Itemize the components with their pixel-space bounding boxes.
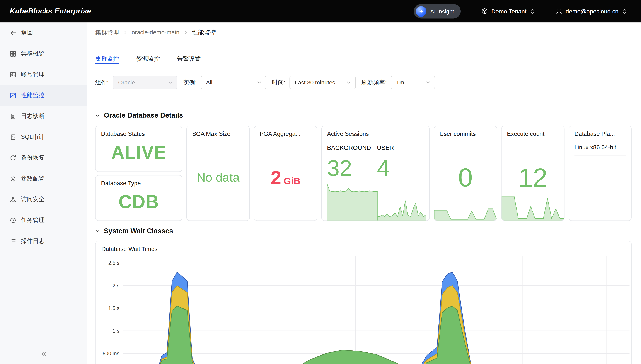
svg-text:2.5 s: 2.5 s — [108, 260, 119, 266]
time-filter-label: 时间: — [272, 78, 285, 86]
sidebar-item-label: 账号管理 — [21, 70, 45, 78]
params-icon — [10, 175, 16, 182]
sidebar-item-backup-restore[interactable]: 备份恢复 — [0, 148, 87, 168]
panel-execute-count: Execute count 12 — [501, 126, 565, 221]
sidebar-item-label: 访问安全 — [21, 196, 45, 203]
tab-cluster-monitor[interactable]: 集群监控 — [95, 55, 119, 63]
caret-down-icon — [95, 113, 100, 118]
sidebar-item-cluster-overview[interactable]: 集群概览 — [0, 43, 87, 64]
sidebar-back-button[interactable]: 返回 — [0, 22, 87, 43]
sidebar-item-label: 操作日志 — [21, 237, 45, 245]
task-icon — [10, 217, 16, 224]
app-logo: KubeBlocks Enterprise — [10, 7, 91, 16]
backup-icon — [10, 154, 16, 161]
sidebar-item-log-diagnosis[interactable]: 日志诊断 — [0, 106, 87, 127]
panel-database-type: Database Type CDB — [95, 175, 182, 221]
user-sessions-label: USER — [377, 144, 427, 151]
sidebar-item-performance[interactable]: 性能监控 — [0, 85, 87, 106]
user-sessions-sparkline — [377, 182, 426, 220]
sidebar-back-label: 返回 — [21, 29, 33, 37]
breadcrumb-cluster-management[interactable]: 集群管理 — [95, 28, 119, 36]
database-status-value: ALIVE — [96, 134, 182, 171]
chevron-right-icon — [183, 30, 188, 34]
collapse-icon — [40, 351, 47, 358]
user-commits-sparkline — [434, 184, 497, 220]
filter-bar: 组件: Oracle 实例: All 时间: Last 30 minutes 刷… — [95, 76, 632, 90]
refresh-rate-value: 1m — [396, 79, 404, 86]
user-sessions-value: 4 — [377, 155, 427, 181]
access-icon — [10, 196, 16, 203]
wait-times-chart: 2.5 s2 s1.5 s1 s500 ms — [96, 241, 632, 364]
sidebar-item-tasks[interactable]: 任务管理 — [0, 210, 87, 231]
panel-title: Database Pla... — [569, 126, 631, 137]
svg-text:1 s: 1 s — [112, 328, 119, 334]
status-type-column: Database Status ALIVE Database Type CDB — [95, 126, 182, 221]
performance-icon — [10, 92, 16, 98]
refresh-rate-select[interactable]: 1m — [391, 76, 435, 90]
sidebar-item-label: 性能监控 — [21, 92, 45, 99]
tenant-icon — [481, 8, 488, 15]
chevron-down-icon — [168, 80, 173, 85]
user-email: demo@apecloud.cn — [566, 8, 618, 14]
chevron-right-icon — [123, 30, 128, 34]
panel-active-sessions: Active Sessions BACKGROUND 32 USER 4 — [321, 126, 430, 221]
pga-value-wrap: 2 GiB — [254, 134, 317, 220]
sql-audit-icon — [10, 134, 16, 140]
stat-cards-row: Database Status ALIVE Database Type CDB … — [95, 126, 632, 221]
chevron-down-icon — [257, 80, 262, 85]
ai-insight-label: AI Insight — [430, 8, 454, 14]
tab-bar: 集群监控 资源监控 告警设置 — [95, 55, 632, 68]
pga-unit: GiB — [284, 175, 300, 186]
cluster-overview-icon — [10, 50, 16, 57]
component-select[interactable]: Oracle — [113, 76, 177, 90]
instance-filter-label: 实例: — [183, 78, 197, 86]
platform-value: Linux x86 64-bit — [574, 144, 626, 156]
selector-icon — [530, 8, 535, 14]
user-menu[interactable]: demo@apecloud.cn — [556, 8, 627, 15]
panel-database-wait-times: Database Wait Times 2.5 s2 s1.5 s1 s500 … — [95, 241, 632, 364]
sidebar-item-access-security[interactable]: 访问安全 — [0, 189, 87, 210]
breadcrumb-cluster-name[interactable]: oracle-demo-main — [132, 29, 179, 36]
sidebar-item-label: 集群概览 — [21, 50, 45, 58]
instance-select-value: All — [206, 79, 212, 86]
instance-select[interactable]: All — [201, 76, 266, 90]
sidebar-item-parameters[interactable]: 参数配置 — [0, 168, 87, 189]
caret-down-icon — [95, 229, 100, 234]
tenant-menu[interactable]: Demo Tenant — [481, 8, 535, 15]
back-arrow-icon — [10, 30, 17, 36]
sidebar-item-label: 任务管理 — [21, 216, 45, 224]
ai-insight-button[interactable]: AI Insight — [414, 4, 461, 18]
section-title: Oracle Database Details — [104, 112, 183, 120]
database-type-value: CDB — [96, 184, 182, 220]
time-range-select[interactable]: Last 30 minutes — [290, 76, 356, 90]
oplog-icon — [10, 238, 16, 244]
sidebar-item-account[interactable]: 账号管理 — [0, 64, 87, 85]
panel-pga-aggregate: PGA Aggrega... 2 GiB — [254, 126, 317, 221]
sidebar-item-operation-log[interactable]: 操作日志 — [0, 230, 87, 252]
main-content: 集群管理 oracle-demo-main 性能监控 集群监控 资源监控 告警设… — [87, 22, 641, 364]
svg-text:2 s: 2 s — [112, 283, 119, 288]
tab-alert-settings[interactable]: 告警设置 — [177, 55, 201, 63]
breadcrumb: 集群管理 oracle-demo-main 性能监控 — [95, 28, 632, 36]
active-sessions-body: BACKGROUND 32 USER 4 — [327, 144, 427, 220]
ai-sparkle-icon — [416, 6, 427, 16]
sidebar-item-label: 日志诊断 — [21, 112, 45, 120]
section-title: System Wait Classes — [104, 227, 173, 235]
background-sessions-label: BACKGROUND — [327, 144, 377, 151]
section-system-wait-classes[interactable]: System Wait Classes — [95, 226, 632, 236]
sidebar-item-sql-audit[interactable]: SQL审计 — [0, 126, 87, 148]
tenant-label: Demo Tenant — [491, 8, 526, 14]
user-sessions-stat: USER 4 — [377, 144, 427, 220]
chevron-down-icon — [346, 80, 351, 85]
tab-resource-monitor[interactable]: 资源监控 — [136, 55, 160, 63]
section-oracle-details[interactable]: Oracle Database Details — [95, 110, 632, 120]
panel-database-status: Database Status ALIVE — [95, 126, 182, 172]
sidebar-collapse-button[interactable] — [0, 351, 87, 358]
execute-count-sparkline — [502, 184, 564, 220]
background-sessions-value: 32 — [327, 155, 377, 181]
account-icon — [10, 71, 16, 78]
app-root: KubeBlocks Enterprise AI Insight Demo Te… — [0, 0, 641, 364]
topbar: KubeBlocks Enterprise AI Insight Demo Te… — [0, 0, 641, 22]
sga-value: No data — [187, 134, 250, 220]
background-sessions-stat: BACKGROUND 32 — [327, 144, 377, 220]
